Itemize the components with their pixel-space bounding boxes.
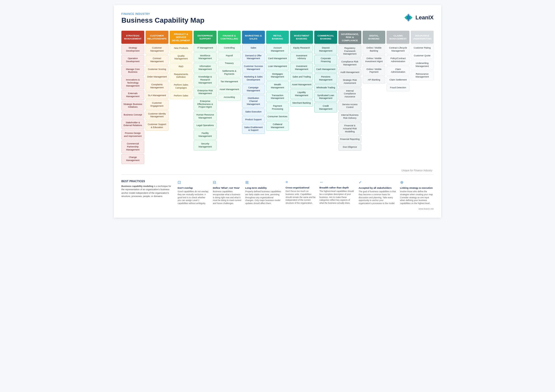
capability-item[interactable]: Distribution Channel Management (242, 95, 265, 108)
capability-item[interactable]: Settlements & Payments (218, 68, 241, 77)
capability-item[interactable]: Order Management (146, 73, 168, 81)
capability-item[interactable]: Asset Management (290, 81, 313, 88)
capability-item[interactable]: Wholesale Trading (314, 84, 337, 91)
capability-item[interactable]: Manage Core Business (121, 66, 144, 76)
capability-item[interactable]: Financial & Actuarial Risk Modelling (338, 122, 361, 135)
capability-item[interactable]: Accounting (218, 94, 241, 101)
capability-item[interactable]: Payroll (218, 52, 241, 59)
capability-item[interactable]: Controlling (218, 45, 241, 52)
capability-item[interactable]: Treasury (218, 60, 241, 67)
capability-item[interactable]: Online / Mobile Payment (363, 66, 386, 76)
capability-item[interactable]: Reinsurance Management (411, 71, 434, 81)
capability-item[interactable]: Regulatory Framework Management (338, 45, 361, 58)
capability-item[interactable]: Customer Rating (411, 45, 434, 52)
capability-item[interactable]: Information Management (194, 63, 217, 73)
capability-item[interactable]: Sales Enablement & Support (242, 124, 265, 134)
capability-item[interactable]: Campaign Management (242, 84, 265, 94)
capability-item[interactable]: Loan Management (266, 63, 289, 70)
capability-item[interactable]: Sales Execution (242, 108, 265, 115)
capability-item[interactable]: Human Resource Management (194, 111, 217, 121)
capability-item[interactable]: Legal Operations (194, 122, 217, 129)
capability-item[interactable]: Sales (242, 45, 265, 52)
capability-item[interactable]: New Products (170, 45, 193, 52)
capability-item[interactable]: Customer Support & Education (146, 121, 168, 131)
capability-item[interactable]: Asset Management (218, 86, 241, 93)
capability-item[interactable]: Fraud Detection (387, 84, 409, 91)
capability-item[interactable]: Customer Engagement (146, 100, 168, 109)
capability-item[interactable]: Process Design and Improvement (121, 130, 144, 140)
capability-item[interactable]: Perform Sales Campaigns (170, 82, 193, 91)
capability-item[interactable]: Customer Management (146, 45, 168, 54)
capability-item[interactable]: Consumer Services (266, 113, 289, 120)
capability-item[interactable]: Investment Advisory (290, 52, 313, 62)
capability-item[interactable]: Claim Settlement (387, 76, 409, 84)
capability-item[interactable]: Claim Administration (387, 66, 409, 76)
capability-item[interactable]: Customer Identity Management (146, 110, 168, 120)
capability-item[interactable]: Cash Management (314, 66, 337, 73)
bp-item-title: Linking strategy & execution (400, 186, 434, 189)
capability-item[interactable]: Equity Research (290, 45, 313, 52)
capability-item[interactable]: Marketing & Sales Development (242, 73, 265, 83)
capability-item[interactable]: Stakeholder & External Relations (121, 119, 144, 129)
capability-item[interactable]: Perform Sales (170, 92, 193, 99)
capability-item[interactable]: Customer Quote (411, 52, 434, 59)
capability-item[interactable]: IT Management (194, 45, 217, 52)
capability-item[interactable]: Strategic Risk Assessment (338, 77, 361, 87)
capability-item[interactable]: Corporate Financing (314, 55, 337, 65)
capability-item[interactable]: Online / Mobile Banking (363, 45, 386, 54)
capability-item[interactable]: Facility Management (194, 130, 217, 140)
capability-item[interactable]: Operation Development (121, 55, 144, 65)
capability-item[interactable]: Internal Business Risk Delivery (338, 112, 361, 122)
capability-item[interactable]: Requirements Definition (170, 71, 193, 81)
capability-item[interactable]: Strategic Business Initiatives (121, 101, 144, 111)
capability-item[interactable]: Customer Scoring (146, 66, 168, 73)
capability-item[interactable]: Contract Management (146, 55, 168, 65)
capability-item[interactable]: Enterprise Risk Management (194, 87, 217, 97)
capability-item[interactable]: Payment Processing (266, 103, 289, 112)
capability-item[interactable]: API Banking (363, 76, 386, 84)
capability-item[interactable]: Sales and Trading (290, 73, 313, 81)
capability-item[interactable]: R&D (170, 63, 193, 70)
capability-item[interactable]: Card Management (266, 55, 289, 62)
capability-item[interactable]: Business Concept (121, 111, 144, 119)
capability-item[interactable]: Credit Management (314, 103, 337, 112)
capability-item[interactable]: Knowledge & Research Management (194, 73, 217, 86)
capability-item[interactable]: Mortgages Management (266, 71, 289, 81)
svg-marker-4 (407, 20, 410, 22)
capability-item[interactable]: Customer Success Management (242, 63, 265, 73)
capability-item[interactable]: Pensions Management (314, 73, 337, 83)
capability-item[interactable]: Tax Management (218, 78, 241, 85)
capability-item[interactable]: Policy/Contract Administration (387, 55, 409, 65)
capability-item[interactable]: Transaction Management (266, 92, 289, 102)
capability-item[interactable]: Security Management (194, 140, 217, 150)
capability-item[interactable]: Product Support (242, 116, 265, 123)
capability-item[interactable]: Innovations & Technology Management (121, 76, 144, 89)
capability-item[interactable]: Internal Compliance Assurance (338, 88, 361, 100)
capability-item[interactable]: Workforce Management (194, 52, 217, 62)
capability-item[interactable]: Due Diligence (338, 144, 361, 151)
capability-item[interactable]: Syndicated Loan Management (314, 92, 337, 102)
capability-item[interactable]: Audit Management (338, 69, 361, 76)
capability-item[interactable]: Quality Management (170, 53, 193, 62)
capability-item[interactable]: Strategy Development (121, 45, 144, 54)
capability-item[interactable]: SLA Management (146, 92, 168, 99)
capability-item[interactable]: Compliance Risk Management (338, 58, 361, 68)
capability-item[interactable]: Deposit Management (314, 45, 337, 54)
capability-item[interactable]: Merchant Banking (290, 100, 313, 107)
capability-item[interactable]: Liquidity Management (290, 89, 313, 99)
capability-item[interactable]: Enterprise Effectiveness & Project Mgmt (194, 98, 217, 111)
capability-item[interactable]: Account Management (266, 45, 289, 54)
capability-item[interactable]: Change Management (121, 154, 144, 164)
capability-item[interactable]: Underwriting Management (411, 60, 434, 70)
capability-item[interactable]: Wealth Management (266, 81, 289, 91)
capability-item[interactable]: Online / Mobile Investment Mgmt (363, 55, 386, 65)
capability-item[interactable]: Commercial Partnership Management (121, 140, 144, 153)
capability-item[interactable]: Investment Management (290, 63, 313, 73)
capability-item[interactable]: Financial Reporting (338, 136, 361, 143)
capability-item[interactable]: Demand & Offer Management (242, 52, 265, 62)
capability-item[interactable]: Collateral Management (266, 121, 289, 131)
capability-item[interactable]: Service Access Control (338, 101, 361, 111)
capability-item[interactable]: Contract Lifecycle Management (387, 45, 409, 54)
capability-item[interactable]: Complaints Management (146, 81, 168, 91)
capability-item[interactable]: Externals Management (121, 90, 144, 100)
